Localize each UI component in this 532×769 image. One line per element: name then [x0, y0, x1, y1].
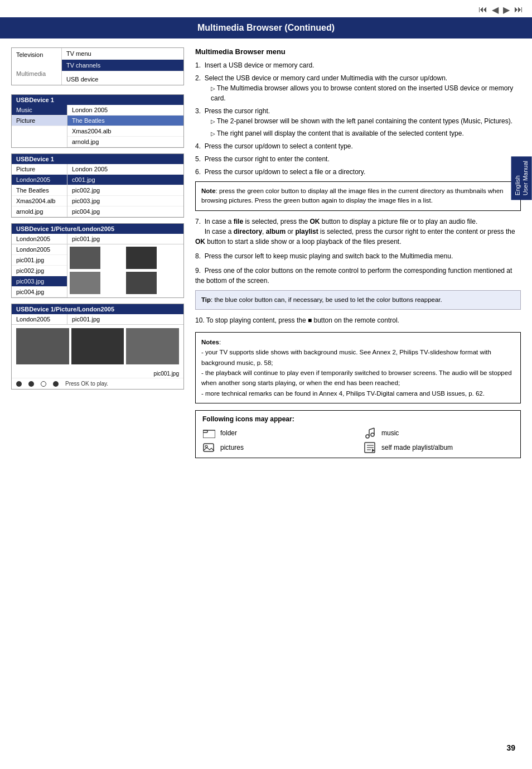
- slide-img3: [126, 328, 179, 364]
- step-1: 1. Insert a USB device or memory card.: [195, 60, 521, 70]
- item-xmas2004-2[interactable]: Xmas2004.alb: [12, 196, 67, 206]
- thumb2: [126, 247, 157, 269]
- page-number: 39: [506, 743, 515, 752]
- panel5-controls: Press OK to play.: [12, 378, 183, 389]
- step-7: 7. In case a file is selected, press the…: [195, 217, 521, 247]
- label-multimedia: Multimedia: [12, 61, 61, 80]
- panel-usbdevice1: USBDevice 1 Music Picture London 2005 Th…: [11, 94, 184, 148]
- step-8: 8. Press the cursor left to keep music p…: [195, 251, 521, 261]
- item-the-beatles[interactable]: The Beatles: [67, 116, 183, 126]
- panel3-header: USBDevice 1: [12, 154, 183, 164]
- item-arnold[interactable]: arnold.jpg: [67, 137, 183, 147]
- svg-point-3: [371, 433, 374, 436]
- item-pic003-2[interactable]: pic003.jpg: [12, 276, 67, 287]
- item-pic002-2[interactable]: pic002.jpg: [12, 266, 67, 276]
- panel5-image-area: [12, 325, 183, 369]
- svg-rect-1: [203, 430, 207, 432]
- panel3-left-column: Picture London2005 The Beatles Xmas2004.…: [12, 164, 67, 217]
- menu-tv-channels[interactable]: TV channels: [62, 60, 183, 71]
- item-c001[interactable]: c001.jpg: [67, 175, 183, 185]
- ctrl-label: Press OK to play.: [65, 381, 108, 387]
- menu-tv-menu[interactable]: TV menu: [62, 48, 183, 60]
- item-pic004[interactable]: pic004.jpg: [67, 206, 183, 217]
- thumb3: [70, 272, 100, 294]
- icon-item-music: music: [364, 427, 514, 439]
- step-list-7-9: 7. In case a file is selected, press the…: [195, 217, 521, 286]
- forward-icon[interactable]: ▶: [503, 4, 510, 15]
- item-picture[interactable]: Picture: [12, 116, 67, 126]
- ctrl-dot-empty: [41, 381, 46, 387]
- item-london2005-4[interactable]: London2005: [12, 244, 67, 255]
- menu-usb-device[interactable]: USB device: [62, 74, 183, 85]
- item-pic002[interactable]: pic002.jpg: [67, 185, 183, 196]
- folder-icon: [202, 427, 216, 439]
- step-10: 10. To stop playing content, press the ■…: [195, 315, 521, 325]
- svg-line-6: [369, 428, 374, 430]
- step-3-note1: The 2-panel browser will be shown with t…: [211, 116, 521, 126]
- music-icon: [364, 427, 377, 439]
- item-pic004-2[interactable]: pic004.jpg: [12, 287, 67, 297]
- panel-slideshow: USBDevice 1/Picture/London2005 London200…: [11, 304, 184, 390]
- item-london2005-3[interactable]: London 2005: [67, 164, 183, 175]
- panel-usbdevice1-picture: USBDevice 1 Picture London2005 The Beatl…: [11, 153, 184, 218]
- svg-point-2: [366, 435, 369, 438]
- icons-grid: folder music: [202, 427, 514, 453]
- step-list-1-6: 1. Insert a USB device or memory card. 2…: [195, 60, 521, 177]
- step-6: 6. Press the cursor up/down to select a …: [195, 167, 521, 177]
- panel5-sub-left: London2005: [12, 314, 67, 324]
- panel-usbdevice1-london2005: USBDevice 1/Picture/London2005 London200…: [11, 223, 184, 298]
- section-title: Multimedia Browser menu: [195, 47, 521, 56]
- item-pic001-2[interactable]: pic001.jpg: [12, 255, 67, 266]
- step-4: 4. Press the cursor up/down to select a …: [195, 141, 521, 151]
- item-music[interactable]: Music: [12, 105, 67, 116]
- step-5: 5. Press the cursor right to enter the c…: [195, 154, 521, 164]
- panel2-right-column: London 2005 The Beatles Xmas2004.alb arn…: [67, 105, 183, 147]
- folder-label: folder: [220, 429, 237, 437]
- music-label: music: [381, 429, 399, 437]
- tip-box: Tip: the blue color button can, if neces…: [195, 290, 521, 310]
- panel5-header: USBDevice 1/Picture/London2005: [12, 304, 183, 314]
- panel2-left-column: Music Picture: [12, 105, 67, 147]
- item-arnold2[interactable]: arnold.jpg: [12, 206, 67, 217]
- panel4-sub-left: London2005: [12, 234, 67, 244]
- ctrl-dot-filled2: [28, 381, 34, 387]
- item-xmas2004[interactable]: Xmas2004.alb: [67, 126, 183, 137]
- item-london2005[interactable]: London 2005: [67, 105, 183, 116]
- panel4-header: USBDevice 1/Picture/London2005: [12, 224, 183, 234]
- pictures-label: pictures: [220, 444, 244, 451]
- left-panel: Television Multimedia TV menu TV channel…: [11, 47, 184, 458]
- page-title: Multimedia Browser (Continued): [197, 23, 335, 32]
- svg-rect-0: [203, 430, 215, 438]
- item-the-beatles2[interactable]: The Beatles: [12, 185, 67, 196]
- language-tab: English User Manual: [511, 156, 532, 200]
- ctrl-dot-filled1: [16, 381, 22, 387]
- panel4-left-column: London2005 pic001.jpg pic002.jpg pic003.…: [12, 244, 67, 297]
- step-2: 2. Select the USB device or memory card …: [195, 73, 521, 103]
- back-icon[interactable]: ◀: [492, 4, 499, 15]
- item-picture2[interactable]: Picture: [12, 164, 67, 175]
- playlist-icon: [364, 442, 377, 453]
- item-pic003[interactable]: pic003.jpg: [67, 196, 183, 206]
- panel3-right-column: London 2005 c001.jpg pic002.jpg pic003.j…: [67, 164, 183, 217]
- svg-rect-7: [204, 444, 214, 451]
- thumb1: [70, 247, 100, 269]
- icons-box: Following icons may appear: folder: [195, 410, 521, 458]
- thumb4: [126, 272, 157, 294]
- panel2-header: USBDevice 1: [12, 95, 183, 105]
- label-television: Television: [12, 48, 61, 61]
- icon-item-pictures: pictures: [202, 442, 352, 453]
- skip-forward-icon[interactable]: ⏭: [514, 4, 523, 15]
- main-content: Television Multimedia TV menu TV channel…: [0, 47, 532, 458]
- ctrl-dot-filled3: [53, 381, 59, 387]
- pictures-icon: [202, 442, 216, 453]
- item-london2005-2[interactable]: London2005: [12, 175, 67, 185]
- notes-section: Notes: - your TV supports slide shows wi…: [195, 332, 521, 403]
- panel5-sub-right: pic001.jpg: [67, 314, 104, 324]
- skip-back-icon[interactable]: ⏮: [478, 4, 487, 15]
- panel4-sub-right: pic001.jpg: [67, 234, 104, 244]
- note-box-1: Note: press the green color button to di…: [195, 181, 521, 211]
- slide-img1: [16, 328, 69, 364]
- step-9: 9. Press one of the color buttons on the…: [195, 266, 521, 286]
- panel4-thumbnails: [67, 244, 183, 297]
- icon-item-folder: folder: [202, 427, 352, 439]
